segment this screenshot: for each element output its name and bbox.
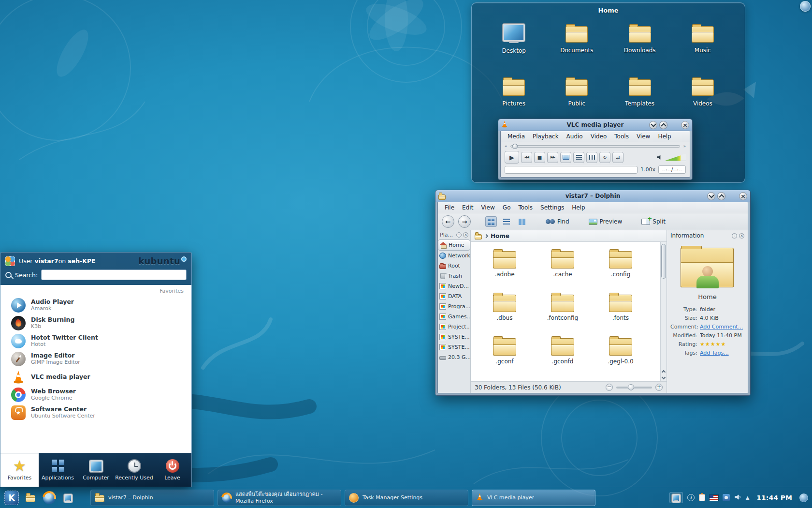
file-item-cache[interactable]: .cache xyxy=(534,249,592,292)
task-firefox[interactable]: แสดงพื้นโต๊ะของคุณ เดือนกรกฎาคม - Mozill… xyxy=(218,490,341,506)
playback-rate[interactable]: 1.00x xyxy=(640,166,655,173)
seek-knob[interactable] xyxy=(512,144,518,149)
task-dolphin[interactable]: vistar7 – Dolphin xyxy=(90,490,214,506)
back-button[interactable]: ← xyxy=(442,215,454,228)
volume-icon[interactable] xyxy=(656,153,663,162)
fullscreen-button[interactable] xyxy=(560,152,571,163)
tab-favorites[interactable]: Favorites xyxy=(0,453,39,487)
playlist-button[interactable] xyxy=(573,152,584,163)
place-hard-drive[interactable]: 20.3 G... xyxy=(438,352,470,362)
launcher-item-web-browser[interactable]: Web Browser Google Chrome xyxy=(0,386,191,403)
menu-help[interactable]: Help xyxy=(654,132,675,141)
icons-view-button[interactable] xyxy=(485,216,497,227)
file-item-gconfd[interactable]: .gconfd xyxy=(534,336,592,379)
task-task-manager-settings[interactable]: Task Manager Settings xyxy=(345,490,468,506)
tab-applications[interactable]: Applications xyxy=(39,453,77,487)
panel-cashew-icon[interactable] xyxy=(799,493,808,502)
scroll-up-icon[interactable] xyxy=(662,370,666,374)
menu-tools[interactable]: Tools xyxy=(610,132,633,141)
notifications-icon[interactable]: i xyxy=(687,494,695,501)
tab-leave[interactable]: Leave xyxy=(153,453,191,487)
seek-forward-icon[interactable]: » xyxy=(683,144,686,149)
tab-recently-used[interactable]: Recently Used xyxy=(115,453,153,487)
scrollbar-thumb[interactable] xyxy=(661,244,666,279)
minimize-button[interactable] xyxy=(707,192,715,200)
kmenu-button[interactable]: K xyxy=(4,490,19,506)
shuffle-button[interactable]: ⇄ xyxy=(612,152,624,163)
expand-tray-icon[interactable]: ▲ xyxy=(746,495,750,500)
file-item-gconf[interactable]: .gconf xyxy=(476,336,534,379)
file-item-fonts[interactable]: .fonts xyxy=(592,292,650,336)
dolphin-titlebar[interactable]: vistar7 – Dolphin xyxy=(437,190,748,202)
columns-view-button[interactable] xyxy=(516,216,528,227)
menu-go[interactable]: Go xyxy=(499,203,515,212)
firefox-launcher[interactable] xyxy=(42,490,57,506)
add-tags-link[interactable]: Add Tags... xyxy=(700,350,729,356)
menu-media[interactable]: Media xyxy=(504,132,529,141)
menu-view[interactable]: View xyxy=(477,203,498,212)
seek-slider[interactable] xyxy=(510,145,681,148)
place-project[interactable]: Project... xyxy=(438,322,470,332)
clock[interactable]: 11:44 PM xyxy=(754,494,795,502)
breadcrumb-home[interactable]: Home xyxy=(491,233,509,239)
maximize-button[interactable] xyxy=(717,192,725,200)
zoom-in-button[interactable]: + xyxy=(655,384,663,391)
place-program[interactable]: Progra... xyxy=(438,301,470,312)
file-item-adobe[interactable]: .adobe xyxy=(476,249,534,292)
forward-button[interactable]: → xyxy=(458,215,471,228)
file-item-fontconfig[interactable]: .fontconfig xyxy=(534,292,592,336)
menu-view[interactable]: View xyxy=(633,132,654,141)
stop-button[interactable]: ■ xyxy=(534,152,545,163)
zoom-out-button[interactable]: − xyxy=(606,384,613,391)
launcher-item-audio-player[interactable]: Audio Player Amarok xyxy=(0,296,191,314)
desktop-icon-music[interactable]: Music xyxy=(671,21,734,74)
file-item-dbus[interactable]: .dbus xyxy=(476,292,534,336)
file-item-gegl[interactable]: .gegl-0.0 xyxy=(592,336,650,379)
maximize-button[interactable] xyxy=(659,121,667,129)
menu-video[interactable]: Video xyxy=(587,132,611,141)
place-system1[interactable]: SYSTE... xyxy=(438,332,470,342)
launcher-item-vlc[interactable]: VLC media player xyxy=(0,368,191,386)
zoom-slider[interactable] xyxy=(616,387,652,388)
volume-icon[interactable] xyxy=(734,493,741,502)
file-manager-launcher[interactable] xyxy=(23,490,38,506)
launcher-item-hotot[interactable]: Hotot Twitter Client Hotot xyxy=(0,332,191,350)
details-view-button[interactable] xyxy=(501,216,512,227)
menu-help[interactable]: Help xyxy=(568,203,589,212)
menu-audio[interactable]: Audio xyxy=(563,132,587,141)
launcher-item-disk-burning[interactable]: Disk Burning K3b xyxy=(0,314,191,332)
network-manager-icon[interactable] xyxy=(723,494,730,501)
menu-tools[interactable]: Tools xyxy=(514,203,536,212)
desktop-icon-documents[interactable]: Documents xyxy=(545,21,608,74)
clipboard-icon[interactable] xyxy=(699,494,705,501)
place-data[interactable]: DATA xyxy=(438,291,470,301)
desktop-icon-desktop[interactable]: Desktop xyxy=(482,21,545,74)
file-item-config[interactable]: .config xyxy=(592,249,650,292)
float-panel-button[interactable]: ◦ xyxy=(456,232,462,238)
task-vlc[interactable]: VLC media player xyxy=(472,490,595,506)
keyboard-layout-flag-icon[interactable] xyxy=(710,495,718,501)
menu-file[interactable]: File xyxy=(441,203,458,212)
menu-edit[interactable]: Edit xyxy=(458,203,477,212)
preview-button[interactable]: Preview xyxy=(585,217,626,226)
place-root[interactable]: Root xyxy=(438,261,470,271)
loop-button[interactable]: ↻ xyxy=(599,152,610,163)
close-button[interactable] xyxy=(681,121,689,129)
extended-settings-button[interactable] xyxy=(586,152,597,163)
previous-button[interactable]: ◀◀ xyxy=(521,152,532,163)
display-settings-tray-icon[interactable] xyxy=(669,492,683,503)
next-button[interactable]: ▶▶ xyxy=(547,152,558,163)
play-button[interactable]: ▶ xyxy=(505,151,519,164)
find-button[interactable]: Find xyxy=(542,217,573,226)
plasma-cashew-icon[interactable] xyxy=(800,1,811,12)
place-network[interactable]: Network xyxy=(438,251,470,261)
scroll-down-icon[interactable] xyxy=(662,375,666,379)
zoom-knob[interactable] xyxy=(628,384,634,390)
tab-computer[interactable]: Computer xyxy=(77,453,115,487)
place-games[interactable]: Games... xyxy=(438,312,470,322)
scrollbar[interactable] xyxy=(660,242,667,381)
add-comment-link[interactable]: Add Comment... xyxy=(700,324,743,330)
menu-settings[interactable]: Settings xyxy=(536,203,568,212)
launcher-item-image-editor[interactable]: Image Editor GIMP Image Editor xyxy=(0,350,191,368)
launcher-item-software-center[interactable]: Software Center Ubuntu Software Center xyxy=(0,403,191,421)
